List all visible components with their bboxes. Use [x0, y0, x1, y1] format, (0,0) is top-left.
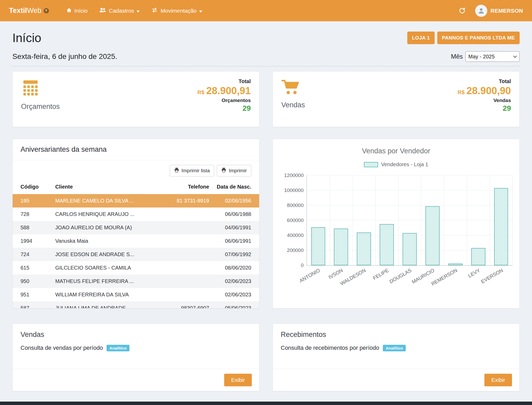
table-header-row: Código Cliente Telefone Data de Nasc.	[13, 180, 259, 194]
brand[interactable]: TextilWeb ?	[9, 7, 49, 15]
y-tick-label: 800000	[287, 202, 304, 208]
cell-codigo: 587	[13, 301, 52, 308]
refresh-icon[interactable]	[457, 6, 467, 16]
y-tick-label: 200000	[287, 247, 304, 253]
chart-title: Vendas por Vendedor	[273, 147, 519, 155]
h-gridline	[307, 190, 513, 190]
table-row[interactable]: 615GILCLECIO SOARES - CAMILA08/06/2020	[13, 261, 259, 275]
bar-everson[interactable]	[494, 188, 508, 265]
nav-item-label: Movimentação	[160, 8, 197, 14]
table-row[interactable]: 950MATHEUS FELIPE FERREIRA ...02/06/2023	[13, 275, 259, 288]
table-row[interactable]: 587JULIANA LIMA DE ANDRADE98307-690705/0…	[13, 301, 259, 308]
v-gridline	[353, 175, 353, 265]
printer-icon	[221, 168, 226, 174]
total-label: Total	[197, 78, 251, 84]
x-tick-label: EVERSON	[480, 267, 504, 285]
nav-item-inicio[interactable]: Início	[61, 0, 93, 21]
company-button[interactable]: PANNOS E PANNOS LTDA ME	[437, 32, 520, 44]
status-badge: Analítico	[107, 345, 129, 351]
birthdays-table: Código Cliente Telefone Data de Nasc. 19…	[13, 180, 259, 308]
calculator-icon	[21, 78, 60, 98]
y-tick-label: 1000000	[284, 188, 304, 193]
avatar	[475, 5, 487, 17]
bar-felipe[interactable]	[380, 224, 394, 265]
x-tick-label: WALDESON	[339, 267, 367, 287]
cell-codigo: 951	[13, 288, 52, 301]
print-list-button[interactable]: Imprimir lista	[170, 165, 214, 176]
report-description: Consulta de vendas por período	[21, 345, 103, 351]
cell-nasc: 02/06/2023	[212, 288, 259, 301]
month-select[interactable]: May - 2025	[465, 51, 520, 62]
cell-cliente: JULIANA LIMA DE ANDRADE	[52, 301, 160, 308]
x-tick-label: LEVY	[467, 267, 481, 279]
x-tick-label: DOUGLAS	[389, 267, 413, 285]
bar-levy[interactable]	[471, 248, 485, 265]
x-tick-label: FELIPE	[372, 267, 390, 281]
v-gridline	[467, 175, 467, 265]
store-button[interactable]: LOJA 1	[407, 32, 435, 44]
exibir-vendas-button[interactable]: Exibir	[224, 374, 252, 386]
table-row[interactable]: 724JOSE EDSON DE ANDRADE S...07/06/1992	[13, 248, 259, 261]
y-tick-label: 600000	[287, 217, 304, 223]
printer-icon	[174, 168, 179, 174]
exchange-icon	[151, 7, 158, 14]
footer-bar	[0, 402, 532, 405]
table-row[interactable]: 1994Vanuska Maia06/06/1991	[13, 234, 259, 248]
month-label: Mês	[451, 53, 463, 60]
navbar: TextilWeb ? Início Cadastros	[0, 0, 532, 21]
chart-plot: 020000040000060000080000010000001200000 …	[307, 175, 513, 266]
bar-douglas[interactable]	[403, 233, 417, 265]
legend-swatch	[364, 162, 378, 167]
cell-telefone	[160, 248, 212, 261]
v-gridline	[444, 175, 444, 265]
nav-item-movimentacao[interactable]: Movimentação	[145, 0, 208, 21]
cell-codigo: 724	[13, 248, 52, 261]
h-gridline	[307, 205, 513, 205]
cell-codigo: 728	[13, 207, 52, 221]
card-label: Orçamentos	[21, 103, 60, 111]
cell-nasc: 04/06/1991	[212, 221, 259, 234]
v-gridline	[307, 175, 307, 265]
card-label: Vendas	[281, 101, 305, 109]
users-icon	[99, 7, 106, 14]
cell-telefone	[160, 234, 212, 248]
help-icon[interactable]: ?	[44, 8, 49, 13]
cell-codigo: 950	[13, 275, 52, 288]
chart-legend[interactable]: Vendedores - Loja 1	[273, 161, 519, 168]
cell-codigo: 1994	[13, 234, 52, 248]
bar-mauricio[interactable]	[425, 206, 440, 265]
main-content: Início LOJA 1 PANNOS E PANNOS LTDA ME Se…	[0, 31, 532, 391]
chevron-down-icon	[199, 8, 202, 14]
x-tick-label: ANTONIO	[299, 267, 321, 284]
bar-ivson[interactable]	[334, 229, 348, 265]
status-badge: Analítico	[383, 345, 406, 351]
table-row[interactable]: 195MARLENE CAMELO DA SILVA ...81 3731-89…	[13, 194, 259, 207]
cell-nasc: 02/06/1956	[212, 194, 259, 207]
current-date: Sexta-feira, 6 de junho de 2025.	[12, 52, 117, 61]
home-icon	[66, 7, 72, 14]
y-tick-label: 0	[301, 262, 304, 268]
nav-item-cadastros[interactable]: Cadastros	[93, 0, 146, 21]
bar-waldeson[interactable]	[357, 232, 371, 265]
cell-codigo: 195	[13, 194, 52, 207]
col-cliente: Cliente	[52, 180, 160, 194]
bar-antonio[interactable]	[311, 227, 325, 265]
report-title: Recebimentos	[273, 324, 519, 339]
count-value: 29	[458, 105, 511, 112]
cell-telefone: 98307-6907	[160, 301, 212, 308]
dashed-separator	[12, 66, 520, 67]
cell-nasc: 02/06/2023	[212, 275, 259, 288]
table-row[interactable]: 728CARLOS HENRIQUE ARAUJO ...06/06/1988	[13, 207, 259, 221]
bar-remerson[interactable]	[448, 264, 463, 265]
table-row[interactable]: 588JOAO AURELIO DE MOURA (A)04/06/1991	[13, 221, 259, 234]
cell-cliente: MARLENE CAMELO DA SILVA ...	[52, 194, 160, 207]
exibir-recebimentos-button[interactable]: Exibir	[484, 374, 512, 386]
chevron-down-icon	[137, 8, 140, 14]
print-button[interactable]: Imprimir	[217, 165, 251, 176]
user-name: REMERSON	[490, 8, 523, 14]
table-row[interactable]: 951WILLIAM FERREIRA DA SILVA02/06/2023	[13, 288, 259, 301]
cell-telefone	[160, 275, 212, 288]
count-value: 29	[197, 105, 251, 112]
cell-nasc: 06/06/1991	[212, 234, 259, 248]
user-menu[interactable]: REMERSON	[475, 5, 523, 17]
